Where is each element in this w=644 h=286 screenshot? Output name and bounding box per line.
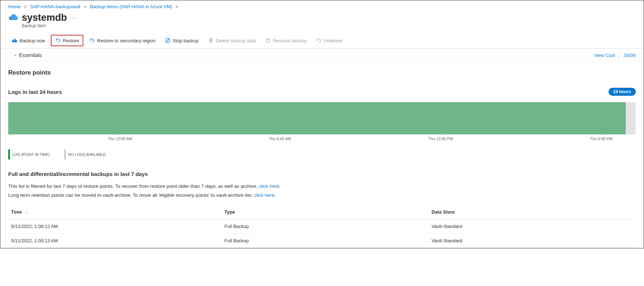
cell-type: Full Backup	[221, 234, 429, 248]
breadcrumb: Home > SAP-HANA-backupvault > Backup Ite…	[0, 0, 644, 11]
tick-label: Thu 6:00 PM	[590, 137, 613, 141]
delete-backup-data-button: Delete backup data	[204, 35, 259, 46]
undo-icon	[316, 38, 322, 43]
view-cost-link[interactable]: View Cost	[594, 53, 615, 58]
filter-note-2a: Long term retention points can be moved …	[8, 192, 254, 198]
backup-item-icon	[8, 13, 18, 23]
cloud-upload-icon	[12, 38, 18, 43]
col-time-label: Time	[11, 209, 22, 215]
legend-nologs-label: NO LOGS AVAILABLE	[68, 152, 106, 157]
page-title: systemdb	[22, 12, 67, 23]
stop-backup-button[interactable]: Stop backup	[161, 35, 202, 46]
filter-note-1b: .	[279, 183, 281, 189]
restore-button[interactable]: Restore	[51, 35, 84, 46]
restore-secondary-label: Restore to secondary region	[97, 38, 155, 43]
legend-no-logs: NO LOGS AVAILABLE	[64, 149, 106, 159]
no-logs-segment	[626, 102, 636, 134]
cell-time: 5/11/2022, 1:00:13 AM	[8, 234, 221, 248]
filter-note-2: Long term retention points can be moved …	[0, 191, 644, 200]
backups-section-title: Full and differential/incremental backup…	[0, 162, 644, 178]
restore-points-table: Time ↑↓ Type Data Store 5/12/2022, 1:00:…	[8, 205, 636, 248]
filter-note-1: This list is filtered for last 7 days of…	[0, 178, 644, 191]
table-row[interactable]: 5/12/2022, 1:00:12 AM Full Backup Vault-…	[8, 219, 636, 234]
page-subtitle: Backup Item	[0, 23, 644, 33]
trash-icon	[208, 38, 214, 43]
log-timeline: Thu 12:00 AM Thu 6:00 AM Thu 12:00 PM Th…	[0, 97, 644, 147]
breadcrumb-sep: >	[24, 4, 27, 9]
undelete-button: Undelete	[312, 35, 346, 46]
undo-icon	[89, 38, 95, 43]
cell-datastore: Vault-Standard	[429, 219, 636, 234]
legend-green-icon	[8, 149, 10, 159]
essentials-row: › Essentials View Cost | JSON	[0, 49, 644, 61]
col-type-header[interactable]: Type	[221, 205, 429, 219]
backup-now-button[interactable]: Backup now	[8, 35, 49, 46]
undo-icon	[55, 38, 61, 43]
undelete-label: Undelete	[324, 38, 342, 43]
cell-datastore: Vault-Standard	[429, 234, 636, 248]
click-here-older-link[interactable]: click here	[259, 183, 279, 189]
click-here-archive-link[interactable]: click here	[254, 192, 274, 198]
breadcrumb-home[interactable]: Home	[8, 4, 21, 9]
delete-backup-data-label: Delete backup data	[216, 38, 256, 43]
json-view-link[interactable]: JSON	[623, 53, 636, 58]
tick-label: Thu 6:00 AM	[269, 137, 291, 141]
tick-label: Thu 12:00 PM	[428, 137, 453, 141]
backup-now-label: Backup now	[20, 38, 45, 43]
cell-type: Full Backup	[221, 219, 429, 234]
prohibit-icon	[165, 38, 171, 43]
legend-log-point: LOG (POINT IN TIME)	[8, 149, 50, 159]
sort-arrows-icon: ↑↓	[25, 210, 28, 214]
svg-line-1	[166, 39, 169, 42]
tick-label: Thu 12:00 AM	[108, 137, 132, 141]
legend-gray-icon	[64, 149, 66, 159]
breadcrumb-sep: >	[84, 4, 87, 9]
stop-backup-label: Stop backup	[173, 38, 199, 43]
breadcrumb-vault[interactable]: SAP-HANA-backupvault	[30, 4, 80, 9]
col-datastore-header[interactable]: Data Store	[429, 205, 636, 219]
essentials-toggle[interactable]: › Essentials	[15, 52, 42, 58]
breadcrumb-backup-items[interactable]: Backup Items (SAP HANA in Azure VM)	[90, 4, 172, 9]
restore-points-heading: Restore points	[0, 61, 644, 78]
legend-log-label: LOG (POINT IN TIME)	[12, 152, 50, 157]
table-row[interactable]: 5/11/2022, 1:00:13 AM Full Backup Vault-…	[8, 234, 636, 248]
page-header: systemdb ···	[0, 11, 644, 23]
timeline-legend: LOG (POINT IN TIME) NO LOGS AVAILABLE	[0, 147, 644, 162]
log-available-segment	[8, 102, 626, 134]
cell-time: 5/12/2022, 1:00:12 AM	[8, 219, 221, 234]
restore-label: Restore	[63, 38, 79, 43]
restore-secondary-button[interactable]: Restore to secondary region	[86, 35, 159, 46]
command-bar: Backup now Restore Restore to secondary …	[0, 33, 644, 49]
chevron-down-icon: ›	[13, 54, 18, 56]
timeline-bar[interactable]	[8, 102, 636, 134]
table-header-row: Time ↑↓ Type Data Store	[8, 205, 636, 219]
resume-backup-button: Resume backup	[262, 35, 310, 46]
essentials-label: Essentials	[19, 52, 42, 58]
timeline-ticks: Thu 12:00 AM Thu 6:00 AM Thu 12:00 PM Th…	[8, 134, 636, 147]
col-time-header[interactable]: Time ↑↓	[8, 205, 221, 219]
time-range-pill[interactable]: 24 hours	[609, 88, 636, 96]
divider: |	[619, 53, 620, 58]
breadcrumb-sep: >	[176, 4, 179, 9]
filter-note-1a: This list is filtered for last 7 days of…	[8, 183, 259, 189]
logs-heading: Logs in last 24 hours	[8, 89, 62, 95]
refresh-icon	[265, 38, 271, 43]
filter-note-2b: .	[274, 192, 276, 198]
more-actions-icon[interactable]: ···	[71, 15, 77, 21]
resume-backup-label: Resume backup	[273, 38, 307, 43]
